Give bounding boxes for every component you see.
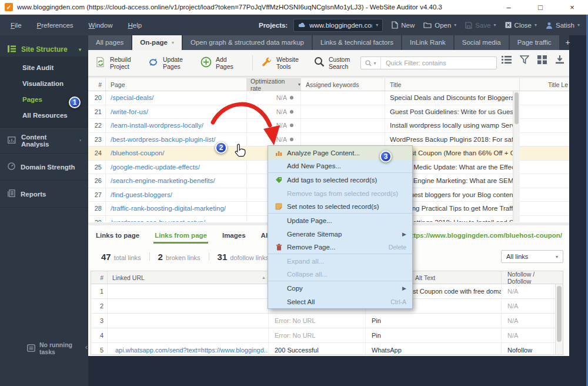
toolbar: Rebuild Project Update Pages Add Pages W… (88, 50, 569, 76)
page-link[interactable]: /write-for-us/ (106, 105, 247, 119)
add-pages-icon (201, 56, 212, 70)
tab-links-to-page[interactable]: Links to page (96, 232, 139, 239)
note-icon (273, 203, 285, 210)
close-button[interactable]: × (556, 0, 588, 15)
update-pages-button[interactable]: Update Pages (148, 56, 192, 71)
table-row[interactable]: 22 /learn-install-wordpress-locally/ N/A… (88, 119, 569, 133)
menu-window[interactable]: Window (89, 22, 113, 29)
page-link[interactable]: /google-medic-update-effects/ (106, 161, 247, 174)
custom-search-button[interactable]: Custom Search (314, 56, 358, 71)
menu-item-add-tags[interactable]: Add tags to selected record(s) (268, 173, 412, 187)
vertical-scrollbar[interactable] (513, 91, 520, 222)
col-header-linked-url[interactable]: Linked URL ▲ (108, 271, 269, 284)
rebuild-project-button[interactable]: Rebuild Project (95, 56, 139, 71)
filter-funnel-icon[interactable] (520, 55, 529, 64)
page-link[interactable]: /learn-install-wordpress-locally/ (106, 119, 247, 132)
optimization-rate-cell: N/A (247, 91, 301, 105)
add-tab-button[interactable]: + (560, 35, 576, 50)
link-row[interactable]: 4 Error: No URL Pin N/A (91, 328, 563, 343)
sidebar-section-domain-strength[interactable]: Domain Strength (0, 154, 88, 181)
sidebar-section-content-analysis[interactable]: Content Analysis › (0, 128, 88, 154)
title-length-cell (520, 147, 569, 160)
page-link[interactable]: /find-guest-bloggers/ (106, 188, 247, 202)
col-header-title[interactable]: Title (385, 78, 520, 91)
tab-open-graph[interactable]: Open graph & structured data markup (183, 35, 312, 50)
close-project-button[interactable]: Close ▾ (505, 22, 537, 29)
workspace-grid-icon[interactable] (537, 55, 547, 64)
sidebar-section-site-structure[interactable]: Site Structure ▾ (0, 42, 88, 56)
chevron-right-icon: › (79, 138, 81, 143)
tag-icon (273, 177, 285, 183)
table-row[interactable]: 21 /write-for-us/ N/A Guest Post Guideli… (88, 105, 569, 119)
current-page-url[interactable]: https://www.bloggingden.com/bluehost-cou… (407, 225, 562, 245)
menu-item-generate-sitemap[interactable]: Generate Sitemap ▶ (268, 227, 412, 241)
project-selector[interactable]: www.bloggingden.com ▾ (293, 19, 383, 32)
scrollbar-thumb[interactable] (514, 92, 519, 124)
tab-social-media[interactable]: Social media (455, 35, 509, 50)
page-link[interactable]: /special-deals/ (106, 91, 247, 105)
tab-links-from-page[interactable]: Links from page (155, 232, 207, 239)
tab-on-page[interactable]: On-page ▾ (132, 35, 182, 50)
download-icon[interactable] (555, 55, 564, 64)
link-row[interactable]: 5 api.whatsapp.com/send?text=https://www… (91, 343, 563, 355)
menu-help[interactable]: Help (128, 22, 142, 29)
user-menu-button[interactable]: Satish ▾ (546, 22, 580, 29)
quick-filter-search-icon[interactable]: ▾ (361, 57, 381, 69)
wrench-icon (261, 56, 272, 70)
menu-preferences[interactable]: Preferences (37, 22, 74, 29)
col-header-num[interactable]: # (88, 78, 106, 91)
save-project-button[interactable]: Save ▾ (465, 22, 496, 29)
menu-item-remove-tags[interactable]: Remove tags from selected record(s) (268, 187, 412, 200)
quick-filter-input[interactable] (381, 59, 496, 66)
menu-file[interactable]: File (11, 22, 22, 29)
sidebar-section-reports[interactable]: Reports (0, 181, 88, 208)
tab-links-technical[interactable]: Links & technical factors (313, 35, 401, 50)
col-header-nofollow[interactable]: Nofollow / Dofollow (502, 271, 554, 284)
tab-all-pages[interactable]: All pages (88, 35, 131, 50)
menu-item-expand-all[interactable]: Expand all... (268, 254, 412, 268)
tab-inlink-rank[interactable]: InLink Rank (402, 35, 453, 50)
col-header-assigned-keywords[interactable]: Assigned keywords (301, 78, 385, 91)
website-tools-button[interactable]: Website Tools (261, 56, 306, 71)
title-cell: Guest Post Guidelines: Write for us Gues… (385, 105, 520, 119)
col-header-page[interactable]: Page (106, 78, 247, 91)
sidebar-collapse-icon[interactable]: ‹ (85, 342, 88, 351)
new-project-button[interactable]: New (392, 21, 415, 29)
menu-item-add-new-pages[interactable]: Add New Pages... (268, 159, 412, 173)
page-link[interactable]: /search-engine-marketing-benefits/ (106, 174, 247, 188)
stat-divider (149, 252, 150, 261)
col-header-optimization-rate[interactable]: Optimization rate ▾ (247, 78, 301, 91)
page-link[interactable]: /traffic-rank-boosting-digital-marketing… (106, 202, 247, 215)
linked-url-cell[interactable]: api.whatsapp.com/send?text=https://www.b… (108, 343, 269, 355)
maximize-button[interactable]: □ (524, 0, 556, 15)
menu-item-select-all[interactable]: Select All Ctrl-A (268, 295, 412, 308)
scrollbar-thumb[interactable] (557, 286, 562, 342)
minimize-button[interactable]: – (493, 0, 524, 15)
vertical-scrollbar[interactable] (555, 284, 563, 354)
open-project-button[interactable]: Open ▾ (423, 22, 456, 29)
sort-arrow-icon: ▾ (298, 82, 300, 87)
tab-page-traffic[interactable]: Page traffic (510, 35, 559, 50)
menu-item-update-page[interactable]: Update Page... (268, 214, 412, 227)
status-dot (290, 96, 293, 99)
sidebar-item-visualization[interactable]: Visualization (0, 76, 88, 92)
menu-item-remove-page[interactable]: Remove Page... Delete (268, 241, 412, 254)
column-list-icon[interactable] (502, 55, 512, 64)
menu-item-collapse-all[interactable]: Collapse all... (268, 268, 412, 281)
sidebar-item-all-resources[interactable]: All Resources (0, 108, 88, 124)
page-link[interactable]: /wordpress-seo-by-yoast-setup/ (106, 216, 247, 222)
tab-images[interactable]: Images (222, 232, 246, 239)
optimization-rate-cell: N/A (247, 133, 301, 147)
col-header-num[interactable]: # (91, 271, 108, 284)
links-filter-select[interactable]: All links ▾ (501, 250, 563, 263)
col-header-title-length[interactable]: Title Le (520, 78, 569, 91)
add-pages-button[interactable]: Add Pages (201, 56, 245, 71)
menu-item-copy[interactable]: Copy ▶ (268, 281, 412, 295)
table-row[interactable]: 23 /best-wordpress-backup-plugin-list/ N… (88, 133, 569, 147)
menu-item-set-notes[interactable]: Set notes to selected record(s) (268, 200, 412, 214)
close-x-icon (505, 22, 512, 28)
sidebar-item-site-audit[interactable]: Site Audit (0, 60, 88, 76)
link-row[interactable]: 3 Error: No URL Pin N/A (91, 314, 563, 328)
table-row[interactable]: 20 /special-deals/ N/A Special Deals and… (88, 91, 569, 105)
new-document-icon (392, 21, 398, 29)
